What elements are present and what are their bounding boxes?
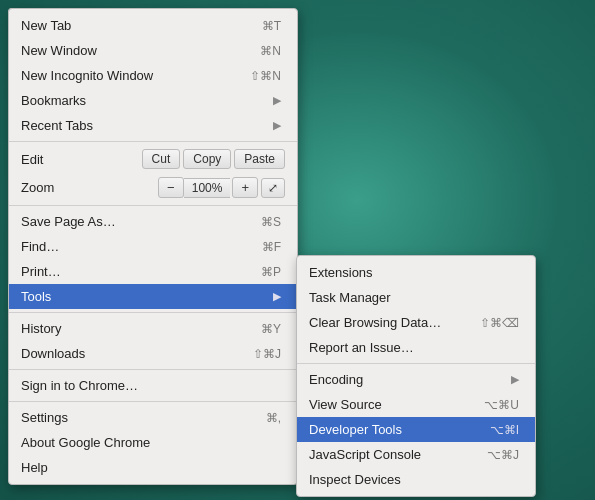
main-menu: New Tab ⌘T New Window ⌘N New Incognito W… — [8, 8, 298, 485]
menu-item-history[interactable]: History ⌘Y — [9, 316, 297, 341]
menu-item-bookmarks[interactable]: Bookmarks ▶ — [9, 88, 297, 113]
sub-item-developer-tools[interactable]: Developer Tools ⌥⌘I — [297, 417, 535, 442]
menu-item-help[interactable]: Help — [9, 455, 297, 480]
sub-item-extensions[interactable]: Extensions — [297, 260, 535, 285]
sub-item-clear-browsing[interactable]: Clear Browsing Data… ⇧⌘⌫ — [297, 310, 535, 335]
separator-2 — [9, 205, 297, 206]
zoom-out-button[interactable]: − — [158, 177, 184, 198]
separator-3 — [9, 312, 297, 313]
separator-5 — [9, 401, 297, 402]
sub-item-encoding[interactable]: Encoding ▶ — [297, 367, 535, 392]
menu-item-settings[interactable]: Settings ⌘, — [9, 405, 297, 430]
paste-button[interactable]: Paste — [234, 149, 285, 169]
menu-item-new-tab[interactable]: New Tab ⌘T — [9, 13, 297, 38]
copy-button[interactable]: Copy — [183, 149, 231, 169]
sub-item-task-manager[interactable]: Task Manager — [297, 285, 535, 310]
menu-item-about[interactable]: About Google Chrome — [9, 430, 297, 455]
sub-item-inspect-devices[interactable]: Inspect Devices — [297, 467, 535, 492]
menu-item-tools[interactable]: Tools ▶ — [9, 284, 297, 309]
menu-item-new-window[interactable]: New Window ⌘N — [9, 38, 297, 63]
sub-separator-1 — [297, 363, 535, 364]
menu-item-print[interactable]: Print… ⌘P — [9, 259, 297, 284]
menu-item-recent-tabs[interactable]: Recent Tabs ▶ — [9, 113, 297, 138]
separator-1 — [9, 141, 297, 142]
tools-submenu: Extensions Task Manager Clear Browsing D… — [296, 255, 536, 497]
sub-item-view-source[interactable]: View Source ⌥⌘U — [297, 392, 535, 417]
fullscreen-button[interactable]: ⤢ — [261, 178, 285, 198]
menu-item-save-page[interactable]: Save Page As… ⌘S — [9, 209, 297, 234]
sub-item-js-console[interactable]: JavaScript Console ⌥⌘J — [297, 442, 535, 467]
cut-button[interactable]: Cut — [142, 149, 181, 169]
sub-item-report-issue[interactable]: Report an Issue… — [297, 335, 535, 360]
zoom-in-button[interactable]: + — [232, 177, 258, 198]
separator-4 — [9, 369, 297, 370]
zoom-row: Zoom − 100% + ⤢ — [9, 173, 297, 202]
edit-row: Edit Cut Copy Paste — [9, 145, 297, 173]
menu-item-new-incognito[interactable]: New Incognito Window ⇧⌘N — [9, 63, 297, 88]
zoom-value: 100% — [184, 178, 231, 198]
menu-item-downloads[interactable]: Downloads ⇧⌘J — [9, 341, 297, 366]
menu-item-find[interactable]: Find… ⌘F — [9, 234, 297, 259]
menu-item-sign-in[interactable]: Sign in to Chrome… — [9, 373, 297, 398]
